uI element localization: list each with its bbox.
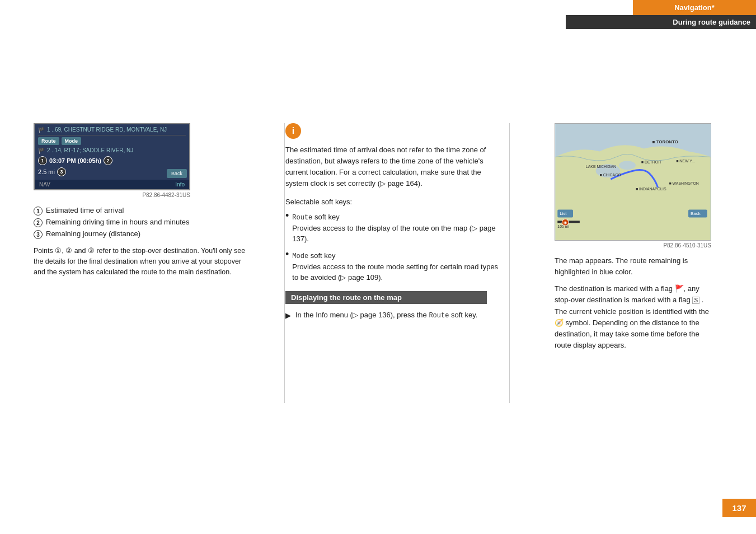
route-button[interactable]: Route (38, 137, 59, 145)
svg-text:■ WASHINGTON: ■ WASHINGTON (669, 181, 698, 185)
list-item: 1 Estimated time of arrival (34, 206, 246, 216)
arrow-item: ▶ In the Info menu (▷ page 136), press t… (285, 310, 487, 321)
address-line-1: 1 ..69, CHESTNUT RIDGE RD, MONTVALE, NJ (47, 127, 167, 133)
item-3-text: Remaining journey (distance) (46, 229, 140, 238)
map-svg: ■ TORONTO LAKE MICHIGAN ■ DETROIT ■ CHIC… (555, 124, 711, 240)
route-softkey: Route (429, 312, 449, 320)
screen-caption: P82.86-4482-31US (34, 192, 190, 198)
arrow-text: In the Info menu (▷ page 136), press the… (295, 310, 477, 321)
middle-column: i The estimated time of arrival does not… (285, 123, 504, 321)
page-number: 137 (722, 499, 756, 517)
time-text: 03:07 PM (00:05h) (49, 157, 101, 164)
num-2: 2 (34, 218, 43, 227)
divider-left (284, 123, 285, 403)
mode-key-suffix: soft key (308, 251, 335, 260)
bullet-dot-1: • (285, 210, 289, 221)
flag-stopover-icon: S (692, 297, 699, 304)
distance-text: 2.5 mi (38, 168, 55, 175)
route-desc: Provides access to the display of the ro… (292, 224, 495, 243)
svg-text:List: List (560, 211, 567, 216)
address-line-2: 2 ..14, RT-17; SADDLE RIVER, NJ (47, 147, 133, 153)
section-header: During route guidance (566, 15, 756, 29)
svg-text:■ DETROIT: ■ DETROIT (641, 160, 662, 164)
info-text: The estimated time of arrival does not r… (285, 144, 487, 190)
list-item: 3 Remaining journey (distance) (34, 229, 246, 239)
back-button[interactable]: Back (167, 169, 187, 178)
item-2-text: Remaining driving time in hours and minu… (46, 218, 190, 226)
svg-text:◉: ◉ (564, 221, 567, 224)
nav-label: NAV (39, 181, 50, 188)
map-text-block: The map appears. The route remaining is … (555, 255, 711, 351)
map-text-2: The destination is marked with a flag 🚩,… (555, 283, 711, 351)
bullet-content-1: Route soft key Provides access to the di… (292, 212, 504, 245)
circle-1: 1 (38, 156, 47, 165)
selectable-label: Selectable soft keys: (285, 198, 504, 206)
right-column: ■ TORONTO LAKE MICHIGAN ■ DETROIT ■ CHIC… (555, 123, 722, 351)
route-key-suffix: soft key (312, 213, 339, 221)
circle-2: 2 (104, 156, 112, 165)
header-right: Navigation* During route guidance (566, 0, 756, 29)
flag-icon-1: 🏴 (38, 127, 45, 133)
numbered-list: 1 Estimated time of arrival 2 Remaining … (34, 206, 246, 239)
note-block: Points ①, ② and ③ refer to the stop-over… (34, 246, 246, 277)
num-3: 3 (34, 230, 43, 239)
map-text-1: The map appears. The route remaining is … (555, 255, 711, 278)
divider-right (509, 123, 510, 403)
bullet-dot-2: • (285, 249, 289, 259)
num-1: 1 (34, 207, 43, 216)
mode-button[interactable]: Mode (62, 137, 82, 145)
info-icon: i (285, 123, 301, 139)
svg-text:■ INDIANAPOLIS: ■ INDIANAPOLIS (636, 187, 666, 191)
item-1-text: Estimated time of arrival (46, 206, 124, 214)
nav-tab: Navigation* (633, 0, 756, 15)
mode-key: Mode (292, 252, 308, 260)
svg-point-2 (619, 161, 636, 170)
flag-icon-2: 🏴 (38, 148, 45, 154)
nav-screen: 🏴 1 ..69, CHESTNUT RIDGE RD, MONTVALE, N… (34, 123, 190, 190)
bullet-item-mode: • Mode soft key Provides access to the r… (285, 250, 504, 283)
left-column: 🏴 1 ..69, CHESTNUT RIDGE RD, MONTVALE, N… (34, 123, 274, 277)
list-item: 2 Remaining driving time in hours and mi… (34, 218, 246, 227)
flag-dest-icon: 🚩 (675, 284, 684, 293)
bullet-content-2: Mode soft key Provides access to the rou… (292, 250, 504, 283)
compass-icon: 🧭 (555, 318, 564, 327)
svg-text:LAKE MICHIGAN: LAKE MICHIGAN (586, 165, 616, 168)
svg-text:Back: Back (691, 211, 701, 216)
svg-text:■ TORONTO: ■ TORONTO (652, 139, 678, 144)
bullet-section: • Route soft key Provides access to the … (285, 212, 504, 283)
display-route-header: Displaying the route on the map (285, 291, 487, 304)
route-key: Route (292, 214, 312, 222)
bullet-item-route: • Route soft key Provides access to the … (285, 212, 504, 245)
svg-text:■ CHICAGO: ■ CHICAGO (600, 173, 622, 177)
note-text: Points ①, ② and ③ refer to the stop-over… (34, 247, 245, 276)
map-container: ■ TORONTO LAKE MICHIGAN ■ DETROIT ■ CHIC… (555, 123, 711, 241)
circle-3: 3 (57, 167, 66, 176)
map-caption: P82.86-4510-31US (555, 242, 711, 249)
svg-text:■ NEW Y...: ■ NEW Y... (676, 159, 695, 163)
mode-desc: Provides access to the route mode settin… (292, 263, 498, 282)
info-label: Info (175, 181, 185, 188)
arrow-icon: ▶ (285, 310, 291, 321)
